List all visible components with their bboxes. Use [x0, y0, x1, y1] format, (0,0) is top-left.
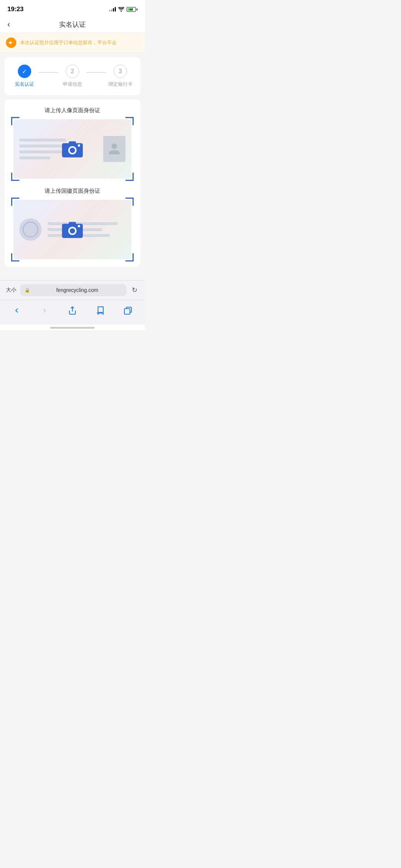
size-label: 大小	[6, 287, 16, 293]
notice-banner: 本次认证照片仅用于订单信息留存，平台不会	[0, 33, 145, 53]
emblem-icon	[19, 218, 42, 241]
svg-point-7	[70, 228, 75, 233]
step-3-circle: 3	[114, 65, 127, 78]
url-text: fengrecycling.com	[32, 287, 122, 293]
tabs-button[interactable]	[118, 304, 138, 317]
bookmarks-button[interactable]	[90, 304, 111, 317]
front-id-title: 请上传人像页面身份证	[10, 107, 134, 114]
back-id-title: 请上传国徽页面身份证	[10, 188, 134, 195]
step-connector-2	[87, 72, 106, 73]
step-3-label: 绑定银行卡	[108, 81, 133, 88]
step-1: ✓ 实名认证	[10, 65, 39, 88]
step-3: 3 绑定银行卡	[106, 65, 134, 88]
speaker-icon	[6, 38, 16, 48]
url-bar[interactable]: 🔒 fengrecycling.com	[20, 284, 127, 296]
svg-rect-8	[69, 222, 76, 225]
svg-point-9	[78, 225, 80, 227]
svg-point-4	[78, 144, 80, 147]
svg-point-2	[70, 147, 75, 153]
front-id-upload[interactable]	[13, 119, 131, 179]
nav-back-button[interactable]	[6, 304, 27, 317]
step-2: 2 申请信息	[58, 65, 87, 88]
browser-bar: 大小 🔒 fengrecycling.com ↻	[0, 280, 145, 300]
back-id-upload[interactable]	[13, 200, 131, 259]
lock-icon: 🔒	[25, 287, 30, 293]
svg-rect-3	[69, 142, 76, 144]
share-button[interactable]	[62, 304, 83, 317]
wifi-icon	[118, 7, 124, 12]
signal-icon	[109, 7, 116, 12]
nav-forward-button[interactable]	[34, 304, 55, 317]
status-icons: 32	[109, 7, 137, 12]
status-time: 19:23	[7, 6, 23, 13]
back-button[interactable]: ‹	[6, 18, 12, 31]
home-indicator	[0, 325, 145, 330]
back-id-preview[interactable]	[13, 200, 131, 259]
svg-rect-11	[124, 309, 130, 314]
main-content: 本次认证照片仅用于订单信息留存，平台不会 ✓ 实名认证 2 申请信息 3 绑定银…	[0, 33, 145, 280]
step-2-label: 申请信息	[63, 81, 82, 88]
camera-back-icon	[61, 217, 84, 242]
bottom-nav	[0, 300, 145, 325]
home-bar	[50, 327, 95, 329]
step-1-label: 实名认证	[15, 81, 34, 88]
status-bar: 19:23 32	[0, 0, 145, 16]
notice-text: 本次认证照片仅用于订单信息留存，平台不会	[20, 39, 117, 46]
step-2-circle: 2	[66, 65, 79, 78]
battery-icon: 32	[127, 7, 137, 12]
step-connector-1	[39, 72, 58, 73]
nav-bar: ‹ 实名认证	[0, 16, 145, 33]
step-1-circle: ✓	[18, 65, 31, 78]
reload-button[interactable]: ↻	[130, 285, 139, 295]
front-id-preview[interactable]	[13, 119, 131, 179]
page-title: 实名认证	[59, 20, 86, 29]
camera-front-icon	[61, 136, 84, 162]
steps-card: ✓ 实名认证 2 申请信息 3 绑定银行卡	[4, 57, 140, 95]
upload-card: 请上传人像页面身份证	[4, 100, 140, 267]
